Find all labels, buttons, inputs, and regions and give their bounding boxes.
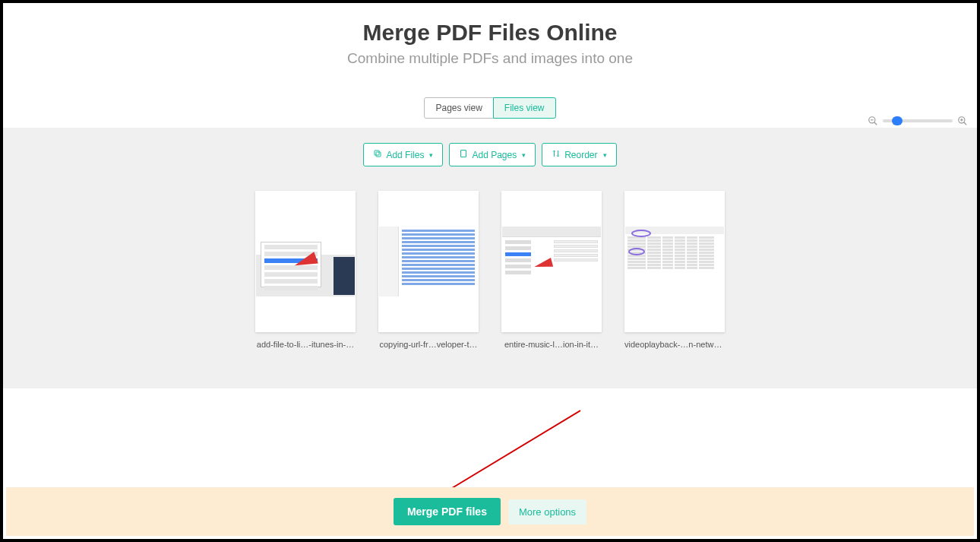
zoom-in-icon[interactable]: [957, 116, 968, 126]
add-files-label: Add Files: [386, 150, 424, 160]
add-pages-button[interactable]: Add Pages ▾: [449, 143, 536, 166]
svg-rect-8: [375, 151, 379, 155]
thumbnail-preview: [378, 191, 479, 332]
thumbnail-preview: [624, 191, 725, 332]
zoom-slider-thumb[interactable]: [892, 116, 903, 125]
more-options-button[interactable]: More options: [508, 499, 586, 525]
thumbnail-label: videoplayback-…n-netwo…: [624, 340, 725, 349]
merge-pdf-button[interactable]: Merge PDF files: [394, 498, 501, 525]
add-files-button[interactable]: Add Files ▾: [363, 143, 443, 166]
header: Merge PDF Files Online Combine multiple …: [3, 3, 977, 67]
file-thumbnail[interactable]: copying-url-fr…veloper-t…: [378, 191, 479, 349]
file-thumbnail[interactable]: videoplayback-…n-netwo…: [624, 191, 725, 349]
footer-bar: Merge PDF files More options: [6, 487, 974, 536]
zoom-out-icon[interactable]: [868, 116, 878, 126]
thumbnail-label: entire-music-l…ion-in-it…: [504, 340, 599, 349]
workspace: Add Files ▾ Add Pages ▾ Reorder ▾: [3, 128, 977, 388]
thumbnail-label: add-file-to-li…-itunes-in-…: [257, 340, 354, 349]
page-icon: [459, 149, 468, 160]
tab-pages-view[interactable]: Pages view: [424, 97, 493, 119]
thumbnail-preview: [255, 191, 356, 332]
reorder-label: Reorder: [564, 150, 597, 160]
toolbar: Add Files ▾ Add Pages ▾ Reorder ▾: [363, 143, 616, 166]
svg-rect-9: [461, 151, 466, 157]
copy-icon: [373, 149, 382, 160]
thumbnail-preview: [501, 191, 602, 332]
zoom-controls: [868, 116, 968, 126]
reorder-icon: [552, 149, 561, 160]
view-tabs: Pages view Files view: [3, 97, 977, 119]
page-subtitle: Combine multiple PDFs and images into on…: [3, 50, 977, 67]
thumbnail-label: copying-url-fr…veloper-t…: [380, 340, 478, 349]
chevron-down-icon: ▾: [429, 151, 433, 159]
file-thumbnail[interactable]: add-file-to-li…-itunes-in-…: [255, 191, 356, 349]
file-thumbnails: add-file-to-li…-itunes-in-… copying-url-…: [3, 191, 977, 349]
chevron-down-icon: ▾: [603, 151, 607, 159]
reorder-button[interactable]: Reorder ▾: [542, 143, 616, 166]
app-frame: Merge PDF Files Online Combine multiple …: [0, 0, 980, 542]
chevron-down-icon: ▾: [522, 151, 526, 159]
zoom-slider[interactable]: [883, 119, 953, 122]
svg-line-4: [964, 122, 967, 125]
file-thumbnail[interactable]: entire-music-l…ion-in-it…: [501, 191, 602, 349]
tab-files-view[interactable]: Files view: [493, 97, 556, 119]
svg-rect-7: [376, 152, 381, 157]
add-pages-label: Add Pages: [472, 150, 517, 160]
svg-line-1: [874, 122, 877, 125]
page-title: Merge PDF Files Online: [3, 20, 977, 46]
